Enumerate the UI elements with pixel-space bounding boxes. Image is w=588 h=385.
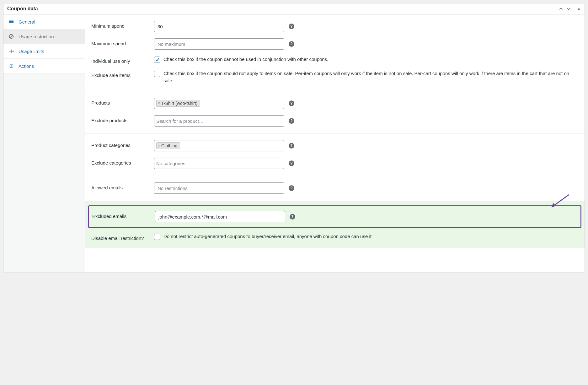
individual-use-label: Individual use only <box>91 56 154 64</box>
exclude-sale-description: Check this box if the coupon should not … <box>163 70 578 84</box>
tab-label: General <box>19 19 35 24</box>
allowed-emails-input[interactable] <box>154 182 284 194</box>
toggle-icon[interactable] <box>577 7 581 11</box>
excluded-emails-highlight: Excluded emails ? <box>88 205 581 228</box>
max-spend-input[interactable] <box>154 38 284 50</box>
tag-label: T-Shirt (woo-tshirt) <box>161 101 197 106</box>
gear-icon <box>8 63 14 69</box>
help-icon[interactable]: ? <box>289 185 294 191</box>
remove-tag-icon[interactable]: × <box>158 101 160 106</box>
product-tag: × T-Shirt (woo-tshirt) <box>156 100 200 107</box>
exclude-categories-label: Exclude categories <box>91 158 154 165</box>
tag-label: Clothing <box>161 143 177 148</box>
panel-controls <box>559 7 581 11</box>
allowed-emails-label: Allowed emails <box>91 182 154 190</box>
tab-label: Actions <box>19 63 34 69</box>
svg-point-3 <box>11 65 12 67</box>
exclude-products-select[interactable]: Search for a product… <box>154 115 284 127</box>
help-icon[interactable]: ? <box>289 118 294 124</box>
min-spend-label: Minimum spend <box>91 21 154 29</box>
exclude-sale-label: Exclude sale items <box>91 70 154 78</box>
individual-use-description: Check this box if the coupon cannot be u… <box>163 56 328 63</box>
svg-line-1 <box>10 35 13 38</box>
products-label: Products <box>91 98 154 106</box>
help-icon[interactable]: ? <box>290 214 295 220</box>
panel-title: Coupon data <box>7 6 38 12</box>
exclude-products-label: Exclude products <box>91 115 154 123</box>
limits-icon <box>8 48 14 54</box>
exclude-categories-select[interactable]: No categories <box>154 158 284 169</box>
max-spend-label: Maximum spend <box>91 38 154 46</box>
tab-label: Usage limits <box>19 49 44 54</box>
categories-select[interactable]: × Clothing <box>154 140 284 151</box>
remove-tag-icon[interactable]: × <box>158 144 160 148</box>
category-tag: × Clothing <box>156 142 180 149</box>
min-spend-input[interactable] <box>154 21 284 32</box>
ban-icon <box>8 34 14 39</box>
exclude-products-placeholder: Search for a product… <box>156 118 204 124</box>
help-icon[interactable]: ? <box>289 160 294 166</box>
help-icon[interactable]: ? <box>289 41 294 47</box>
exclude-sale-checkbox[interactable] <box>154 71 160 77</box>
annotation-arrow-icon <box>547 192 572 211</box>
exclude-categories-placeholder: No categories <box>156 161 185 166</box>
coupon-data-panel: Coupon data General Usage restriction <box>3 3 585 272</box>
products-select[interactable]: × T-Shirt (woo-tshirt) <box>154 98 284 109</box>
move-down-icon[interactable] <box>566 7 571 11</box>
help-icon[interactable]: ? <box>289 143 294 149</box>
tab-label: Usage restriction <box>19 34 54 39</box>
ticket-icon <box>8 19 14 24</box>
tab-general[interactable]: General <box>3 14 85 29</box>
help-icon[interactable]: ? <box>289 24 294 29</box>
individual-use-checkbox[interactable] <box>154 57 160 63</box>
tab-actions[interactable]: Actions <box>3 59 85 73</box>
panel-header: Coupon data <box>3 3 585 14</box>
disable-email-restriction-label: Disable email restriction? <box>91 233 154 241</box>
tab-usage-limits[interactable]: Usage limits <box>3 44 85 59</box>
excluded-emails-label: Excluded emails <box>92 211 155 219</box>
move-up-icon[interactable] <box>559 7 563 11</box>
help-icon[interactable]: ? <box>289 100 294 106</box>
disable-email-restriction-description: Do not restrict auto-generated coupons t… <box>163 233 372 240</box>
sidebar-tabs: General Usage restriction Usage limits A… <box>3 14 85 272</box>
disable-email-restriction-checkbox[interactable] <box>154 234 160 240</box>
tab-usage-restriction[interactable]: Usage restriction <box>3 29 85 44</box>
content-area: Minimum spend ? Maximum spend ? <box>85 14 585 272</box>
excluded-emails-input[interactable] <box>155 211 285 222</box>
categories-label: Product categories <box>91 140 154 148</box>
